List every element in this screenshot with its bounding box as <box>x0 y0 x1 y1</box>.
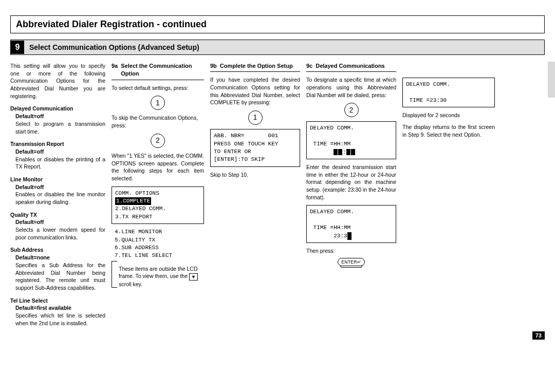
lcd-9c2-l1: DELAYED COMM. <box>310 209 354 215</box>
step-9-header: 9 Select Communication Options (Advanced… <box>10 40 545 55</box>
s9b-p1: If you have completed the desired Commun… <box>210 76 300 106</box>
side-tab <box>548 62 555 98</box>
s9cr-p1: Displayed for 2 seconds <box>402 111 495 119</box>
lcd-9a-inv: 1.COMPLETE <box>115 197 151 205</box>
s9c-p2: Enter the desired transmission start tim… <box>306 163 396 201</box>
lcd-9c1-l1: DELAYED COMM. <box>310 125 354 131</box>
sub-9a-num: 9a <box>112 62 118 78</box>
s9a-p1: To select default settings, press: <box>112 84 204 92</box>
lcd-9a-l2: 2.DELAYED COMM. <box>115 206 166 212</box>
lcd-9b: ABB. NBR= 001 PRESS ONE TOUCH KEY TO ENT… <box>210 129 300 167</box>
sub-9b-num: 9b <box>210 62 217 70</box>
def-telline-default: Default=first available <box>10 304 105 312</box>
key-1b-icon: 1 <box>248 110 263 125</box>
def-subaddr-desc: Specifies a Sub Address for the Abbrevia… <box>10 262 105 292</box>
scroll-key-icon: ▼ <box>189 273 198 281</box>
lcd-9a-extra: 4.LINE MONITOR 5.QUALITY TX 6.SUB ADDRES… <box>112 228 204 260</box>
step-9-number: 9 <box>11 41 24 54</box>
sub-9b-title: Complete the Option Setup <box>220 62 293 70</box>
lcd-9c3-l2: TIME =23:30 <box>406 97 447 103</box>
def-txreport-desc: Enables or disables the printing of a TX… <box>10 156 105 171</box>
lcd-9a-l3: 3.TX REPORT <box>115 214 153 220</box>
col-9a: 9a Select the Communication Option To se… <box>112 62 204 327</box>
lcd-9c-2: DELAYED COMM. TIME =HH:MM 23:30 <box>306 205 396 243</box>
col-intro: This setting will allow you to specify o… <box>10 62 105 327</box>
def-delayed-desc: Select to program a transmission start t… <box>10 120 105 135</box>
page-number: 73 <box>532 331 545 340</box>
cursor-icon: 0 <box>347 232 351 240</box>
def-delayed-title: Delayed Communication <box>10 105 105 113</box>
lcd-9c-3: DELAYED COMM. TIME =23:30 <box>402 78 495 107</box>
lcd-9a: COMM. OPTIONS 1.COMPLETE 2.DELAYED COMM.… <box>112 186 204 225</box>
lcd-9c1-l2: TIME =HH:MM <box>310 141 350 147</box>
def-telline-desc: Specifies which tel line is selected whe… <box>10 312 105 327</box>
sub-9c-title: Delayed Communications <box>316 62 384 70</box>
step-9-title: Select Communication Options (Advanced S… <box>29 43 199 51</box>
def-txreport-title: Transmission Report <box>10 140 105 148</box>
s9c-p1: To designate a specific time at which op… <box>306 76 396 99</box>
lcd-9c3-l1: DELAYED COMM. <box>406 81 450 87</box>
key-1-icon: 1 <box>151 96 165 110</box>
cursor-blocks-1 <box>334 148 343 156</box>
scroll-note: These items are outside the LCD frame. T… <box>112 261 204 288</box>
def-linemon-default: Default=off <box>10 183 105 191</box>
def-subaddr-title: Sub Address <box>10 246 105 254</box>
lcd-9a-l1: COMM. OPTIONS <box>115 190 159 196</box>
bracket-icon <box>112 261 117 288</box>
s9cr-p2: The display returns to the first screen … <box>402 123 495 138</box>
lcd-9c2-l2: TIME =HH:MM <box>310 225 350 231</box>
intro-text: This setting will allow you to specify o… <box>10 62 105 100</box>
sub-9c-header: 9c Delayed Communications <box>306 62 396 72</box>
col-9b: 9b Complete the Option Setup If you have… <box>210 62 300 327</box>
sub-9a-header: 9a Select the Communication Option <box>112 62 204 80</box>
def-qtx-default: Default=off <box>10 218 105 226</box>
key-2c-icon: 2 <box>344 103 359 117</box>
key-2-icon: 2 <box>151 134 165 148</box>
def-subaddr-default: Default=none <box>10 254 105 262</box>
def-linemon-desc: Enables or disables the line monitor spe… <box>10 191 105 206</box>
col-9c-right: DELAYED COMM. TIME =23:30 Displayed for … <box>402 62 495 327</box>
def-telline-title: Tel Line Select <box>10 297 105 305</box>
col-9c: 9c Delayed Communications To designate a… <box>306 62 396 327</box>
s9b-p2: Skip to Step 10. <box>210 171 300 179</box>
s9c-p3: Then press: <box>306 247 396 255</box>
scroll-note-text: These items are outside the LCD frame. T… <box>119 266 198 287</box>
def-linemon-title: Line Monitor <box>10 176 105 183</box>
def-txreport-default: Default=off <box>10 148 105 156</box>
lcd-9c-1: DELAYED COMM. TIME =HH:MM : <box>306 121 396 159</box>
page-title: Abbreviated Dialer Registration - contin… <box>10 15 545 33</box>
def-qtx-title: Quality TX <box>10 211 105 219</box>
def-qtx-desc: Selects a lower modem speed for poor com… <box>10 226 105 241</box>
s9a-p2: To skip the Communication Options, press… <box>112 114 204 129</box>
s9a-p3: When "1.YES" is selected, the COMM. OPTI… <box>112 152 204 182</box>
def-delayed-default: Default=off <box>10 113 105 120</box>
sub-9c-num: 9c <box>306 62 312 70</box>
sub-9a-title: Select the Communication Option <box>121 62 204 78</box>
enter-key-icon: ENTER↵ <box>338 258 365 266</box>
sub-9b-header: 9b Complete the Option Setup <box>210 62 300 72</box>
lcd-9c2-l3: 23:3 <box>310 233 347 239</box>
cursor-blocks-2 <box>346 148 356 156</box>
